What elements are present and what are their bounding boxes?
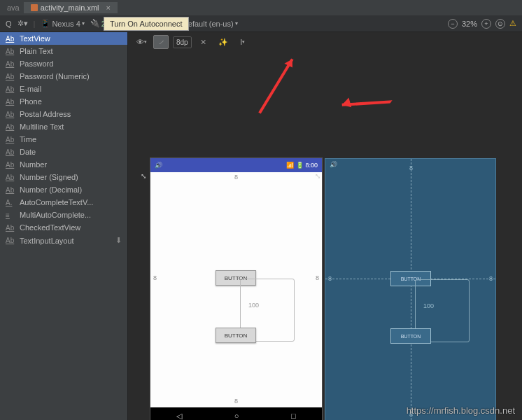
palette-item[interactable]: AbNumber (Signed) [0, 171, 127, 183]
text-widget-icon: Ab [6, 224, 15, 232]
widget-palette: AbTextViewAbPlain TextAbPasswordAbPasswo… [0, 32, 128, 420]
margin-right: 8 [316, 274, 319, 281]
palette-label: Phone [20, 97, 42, 106]
margin-left: 8 [328, 275, 332, 282]
text-widget-icon: Ab [6, 237, 15, 244]
text-widget-icon: Ab [6, 174, 15, 181]
button-widget[interactable]: BUTTON [390, 328, 431, 344]
autoconnect-button[interactable]: ⟋ [153, 35, 169, 49]
palette-label: CheckedTextView [20, 223, 80, 232]
default-margin[interactable]: 8dp [173, 36, 192, 48]
palette-label: TextView [20, 34, 50, 43]
zoom-level: 32% [462, 20, 477, 28]
text-widget-icon: A. [6, 199, 15, 206]
tab-label: activity_main.xml [41, 4, 99, 12]
palette-label: Number (Decimal) [20, 186, 82, 194]
text-widget-icon: Ab [6, 98, 15, 106]
palette-item[interactable]: AbPhone [0, 95, 127, 108]
design-preview[interactable]: 🔊 📶 🔋 8:00 8 8 8 BUTTON 100 BUTTON 8 ◁○□ [150, 158, 322, 420]
design-canvas[interactable]: 👁 ▾ ⟋ 8dp ⨯ ✨ I ▾ ⤡ 🔊 📶 🔋 8:00 8 [128, 32, 522, 420]
text-widget-icon: ≡ [6, 211, 15, 219]
palette-item[interactable]: AbMultiline Text [0, 120, 127, 133]
tab-prev[interactable]: ava [3, 2, 24, 13]
close-icon[interactable]: × [106, 4, 111, 12]
text-widget-icon: Ab [6, 48, 15, 55]
palette-label: Number (Signed) [20, 173, 78, 181]
palette-item[interactable]: A.AutoCompleteTextV... [0, 196, 127, 209]
zoom-in-icon[interactable]: + [481, 19, 491, 29]
search-icon[interactable]: Q [6, 20, 12, 28]
palette-item[interactable]: ≡MultiAutoComplete... [0, 209, 127, 221]
margin-top: 8 [409, 164, 413, 172]
palette-item[interactable]: AbPlain Text [0, 45, 127, 57]
back-icon: ◁ [176, 412, 182, 421]
palette-label: Postal Address [20, 110, 71, 118]
tooltip-autoconnect: Turn On Autoconnect [104, 17, 189, 31]
infer-constraints-icon[interactable]: ✨ [216, 35, 231, 49]
canvas-toolbar: 👁 ▾ ⟋ 8dp ⨯ ✨ I ▾ [128, 32, 522, 52]
palette-item[interactable]: AbPassword (Numeric) [0, 70, 127, 83]
palette-label: Plain Text [20, 47, 53, 55]
palette-item[interactable]: AbDate [0, 146, 127, 158]
resize-handle-icon[interactable]: ⤡ [141, 172, 146, 180]
text-widget-icon: Ab [6, 148, 15, 156]
text-widget-icon: Ab [6, 186, 15, 194]
palette-item[interactable]: AbPassword [0, 57, 127, 70]
blueprint-preview[interactable]: 🔊 8 8 8 BUTTON 100 BUTTON 8 [325, 158, 496, 420]
warning-icon[interactable]: ⚠ [509, 19, 516, 28]
palette-label: Password (Numeric) [20, 72, 90, 80]
clear-constraints-icon[interactable]: ⨯ [196, 35, 211, 49]
palette-label: MultiAutoComplete... [20, 211, 91, 219]
palette-label: Date [20, 148, 36, 156]
zoom-out-icon[interactable]: − [448, 19, 458, 29]
text-widget-icon: Ab [6, 123, 15, 131]
palette-item[interactable]: AbTextInputLayout⬇ [0, 234, 127, 247]
text-widget-icon: Ab [6, 73, 15, 80]
palette-item[interactable]: AbTime [0, 133, 127, 146]
speaker-icon: 🔊 [330, 161, 337, 168]
recents-icon: □ [291, 412, 296, 420]
speaker-icon: 🔊 [155, 162, 162, 169]
nav-bar: ◁○□ [150, 407, 322, 420]
align-icon[interactable]: I ▾ [235, 35, 251, 49]
gear-icon[interactable]: ✲▾ [17, 19, 28, 28]
button-widget[interactable]: BUTTON [216, 328, 256, 343]
editor-tabs: ava activity_main.xml × [0, 0, 522, 15]
xml-file-icon [31, 4, 38, 11]
palette-item[interactable]: AbE-mail [0, 83, 127, 95]
design-toolbar: Q ✲▾ | 📱 Nexus 4 ▾ 🔌 28 ▾ ◉ AppTheme 🌐 D… [0, 15, 522, 32]
margin-top: 8 [234, 174, 238, 181]
palette-label: Time [20, 135, 36, 144]
guide-vertical [411, 159, 411, 420]
home-icon: ○ [234, 412, 239, 420]
annotation-arrow-icon [335, 51, 411, 133]
palette-item[interactable]: AbNumber [0, 158, 127, 171]
eye-icon[interactable]: 👁 ▾ [134, 35, 149, 49]
download-icon[interactable]: ⬇ [115, 236, 122, 245]
text-widget-icon: Ab [6, 60, 15, 68]
device-select[interactable]: 📱 Nexus 4 ▾ [41, 19, 84, 28]
margin-right: 8 [489, 275, 493, 282]
text-widget-icon: Ab [6, 111, 15, 118]
text-widget-icon: Ab [6, 85, 15, 93]
palette-item[interactable]: AbNumber (Decimal) [0, 183, 127, 196]
resize-handle-icon[interactable]: ⤡ [315, 172, 320, 180]
palette-item[interactable]: AbTextView [0, 32, 127, 45]
watermark: https://mrfish.blog.csdn.net [407, 405, 515, 416]
margin-bottom: 8 [234, 398, 238, 405]
palette-label: Number [20, 160, 47, 169]
palette-label: Multiline Text [20, 122, 64, 131]
distance-label: 100 [248, 302, 259, 309]
distance-label: 100 [423, 302, 434, 309]
palette-label: TextInputLayout [20, 237, 74, 245]
tab-active[interactable]: activity_main.xml × [24, 2, 118, 13]
zoom-fit-icon[interactable]: ⊙ [495, 19, 505, 29]
text-widget-icon: Ab [6, 35, 15, 43]
status-bar: 🔊 📶 🔋 8:00 [150, 158, 322, 172]
palette-label: AutoCompleteTextV... [20, 198, 93, 206]
palette-item[interactable]: AbPostal Address [0, 108, 127, 120]
margin-left: 8 [153, 274, 157, 281]
annotation-arrow-icon [231, 55, 313, 123]
wifi-icon: 📶 [286, 162, 294, 169]
palette-item[interactable]: AbCheckedTextView [0, 221, 127, 234]
